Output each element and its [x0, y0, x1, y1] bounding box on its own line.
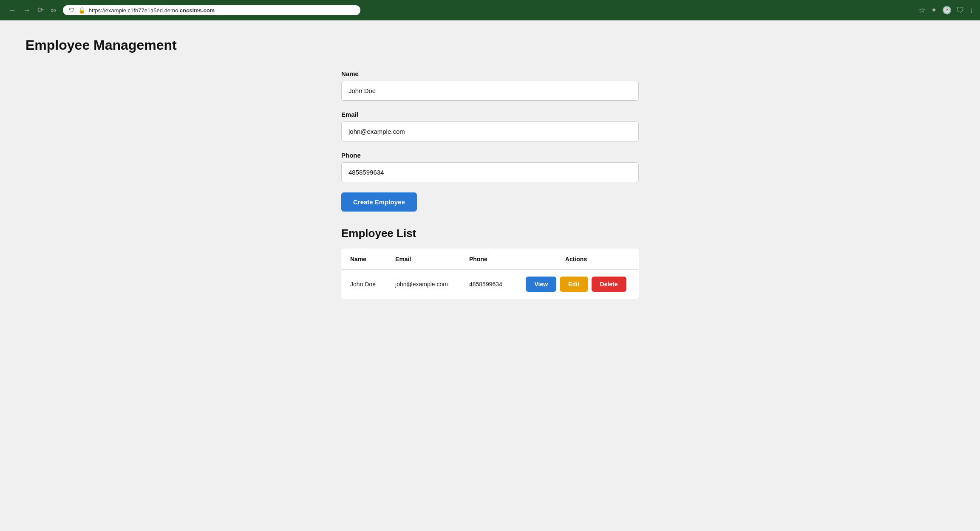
- table-header-row: Name Email Phone Actions: [342, 249, 639, 270]
- col-header-actions: Actions: [514, 249, 639, 270]
- email-input[interactable]: [341, 121, 639, 141]
- email-label: Email: [341, 111, 639, 118]
- employee-form: Name Email Phone Create Employee Employe…: [341, 70, 639, 299]
- history-icon[interactable]: 🕐: [942, 6, 952, 15]
- infinity-button[interactable]: ∞: [49, 5, 58, 16]
- cell-name: John Doe: [342, 270, 387, 299]
- employee-table: Name Email Phone Actions John Doe john@e…: [341, 249, 639, 299]
- page-content: Employee Management Name Email Phone Cre…: [0, 20, 980, 531]
- domain-text: cncsites.com: [180, 7, 215, 14]
- phone-field-group: Phone: [341, 152, 639, 182]
- shield-check-icon[interactable]: 🛡: [957, 6, 964, 15]
- browser-chrome: ← → ⟳ ∞ 🛡 🔒 https://example.c1fb77e1a5ed…: [0, 0, 980, 20]
- star-icon[interactable]: ☆: [919, 6, 926, 15]
- browser-toolbar: ☆ ✦ 🕐 🛡 ↓: [919, 6, 973, 15]
- col-header-name: Name: [342, 249, 387, 270]
- view-button[interactable]: View: [526, 277, 556, 292]
- url-text: https://example.c1fb77e1a5ed.demo.cncsit…: [89, 7, 215, 14]
- address-bar[interactable]: 🛡 🔒 https://example.c1fb77e1a5ed.demo.cn…: [63, 5, 360, 15]
- nav-buttons: ← → ⟳ ∞: [7, 5, 58, 16]
- reload-button[interactable]: ⟳: [36, 5, 45, 16]
- shield-icon: 🛡: [69, 7, 75, 14]
- download-icon[interactable]: ↓: [969, 6, 973, 15]
- page-title: Employee Management: [25, 37, 955, 53]
- table-row: John Doe john@example.com 4858599634 Vie…: [342, 270, 639, 299]
- cell-email: john@example.com: [387, 270, 461, 299]
- phone-label: Phone: [341, 152, 639, 159]
- lock-icon: 🔒: [78, 7, 85, 14]
- cell-phone: 4858599634: [461, 270, 514, 299]
- col-header-email: Email: [387, 249, 461, 270]
- name-label: Name: [341, 70, 639, 77]
- employee-list-title: Employee List: [341, 227, 639, 240]
- email-field-group: Email: [341, 111, 639, 141]
- edit-button[interactable]: Edit: [560, 277, 588, 292]
- extensions-icon[interactable]: ✦: [931, 6, 937, 15]
- delete-button[interactable]: Delete: [592, 277, 626, 292]
- back-button[interactable]: ←: [7, 5, 18, 16]
- name-field-group: Name: [341, 70, 639, 101]
- cell-actions: View Edit Delete: [514, 270, 639, 299]
- forward-button[interactable]: →: [21, 5, 32, 16]
- phone-input[interactable]: [341, 162, 639, 182]
- col-header-phone: Phone: [461, 249, 514, 270]
- create-employee-button[interactable]: Create Employee: [341, 192, 417, 212]
- name-input[interactable]: [341, 81, 639, 101]
